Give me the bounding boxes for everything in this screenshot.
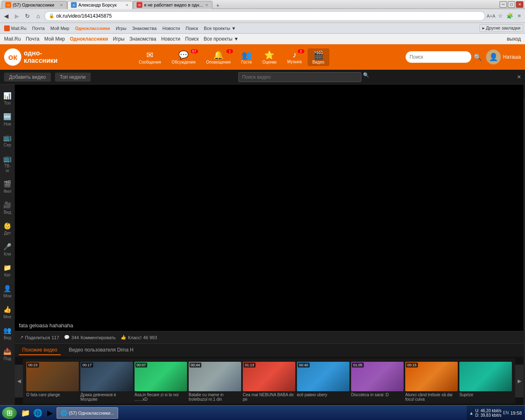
browser-tab-3[interactable]: Я я не работает видео в одн... × bbox=[133, 1, 212, 9]
tab-related[interactable]: Похожие видео bbox=[19, 345, 61, 355]
toplink-search[interactable]: Поиск bbox=[185, 36, 199, 42]
bookmark-games[interactable]: Игры bbox=[113, 25, 129, 32]
toplink-news[interactable]: Новости bbox=[161, 36, 180, 42]
tab-close-2[interactable]: × bbox=[125, 2, 129, 7]
thumb-title-2: Asa,in fiecare zi si la noi .......xD bbox=[135, 393, 187, 402]
comment-label: Комментировать bbox=[80, 335, 116, 340]
nav-discussions[interactable]: 57 💬 Обсуждения bbox=[167, 48, 200, 66]
toplink-pochta[interactable]: Почта bbox=[26, 36, 39, 42]
nav-guests[interactable]: 👥 Гости bbox=[236, 48, 256, 66]
language-indicator[interactable]: EN bbox=[503, 411, 509, 415]
menu-icon[interactable]: ≡ bbox=[515, 12, 523, 20]
new-tab-button[interactable]: + bbox=[213, 2, 222, 9]
browser-tab-1[interactable]: О (57) Одноклассники × bbox=[2, 1, 67, 9]
url-input[interactable]: ok.ru/video/16414345875 bbox=[56, 13, 481, 19]
toplink-ok[interactable]: Одноклассники bbox=[70, 36, 108, 42]
user-avatar: 👤 bbox=[486, 50, 501, 64]
bookmark-search[interactable]: Поиск bbox=[183, 25, 201, 32]
start-button[interactable]: ⊞ bbox=[2, 407, 17, 419]
sidebar-item-tvshow[interactable]: 📺 ТВ-ш bbox=[2, 151, 13, 176]
sidebar-item-subs[interactable]: 📤 Под bbox=[2, 344, 13, 364]
bookmark-pochta[interactable]: Почта bbox=[30, 25, 47, 32]
taskbar-quick-media[interactable]: ▶ bbox=[44, 407, 56, 419]
nav-music[interactable]: 2 ♪ Музыка bbox=[282, 48, 306, 66]
bookmark-znakomstva[interactable]: Знакомства bbox=[130, 25, 159, 32]
bookmark-other[interactable]: ▸ Другие закладки bbox=[479, 24, 523, 32]
nav-notifications[interactable]: 1 🔔 Оповещения bbox=[201, 48, 236, 66]
bookmark-mirmoy[interactable]: Мой Мир bbox=[48, 25, 72, 32]
tab-favicon-1: О bbox=[5, 2, 11, 8]
ok-search-button[interactable]: 🔍 bbox=[474, 53, 482, 61]
bookmark-mailru[interactable]: Mail.Ru bbox=[2, 25, 29, 32]
home-button[interactable]: ⌂ bbox=[34, 11, 43, 21]
nav-video[interactable]: 🎬 Видео bbox=[308, 48, 329, 66]
ok-user[interactable]: 👤 Наташа bbox=[486, 50, 521, 64]
sidebar-item-films[interactable]: 🎬 Фил bbox=[2, 177, 13, 197]
font-size-icon[interactable]: A+A bbox=[487, 12, 495, 20]
thumbnail-8[interactable]: Suprize bbox=[459, 362, 512, 397]
toplink-mirmoy[interactable]: Мой Мир bbox=[44, 36, 65, 42]
ok-search-input[interactable] bbox=[406, 51, 471, 63]
comment-button[interactable]: 💬 344 Комментировать bbox=[64, 335, 116, 340]
sidebar-item-video[interactable]: 🎥 Вид bbox=[2, 198, 13, 218]
extensions-icon[interactable]: 🧩 bbox=[506, 12, 514, 20]
thumbnail-4[interactable]: 01:13 Cea mai NEBUNA BABA de pe bbox=[243, 362, 295, 402]
top-week-button[interactable]: Топ недели bbox=[55, 73, 91, 82]
sidebar-item-clips[interactable]: 🎤 Кли bbox=[2, 240, 13, 260]
taskbar-quick-ie[interactable]: 🌐 bbox=[32, 407, 43, 419]
forward-button[interactable]: ▶ bbox=[12, 11, 21, 21]
taskbar-chrome[interactable]: 🌐 (57) Одноклассники... bbox=[57, 407, 118, 419]
toplink-mailru[interactable]: Mail.Ru bbox=[4, 36, 21, 42]
sidebar-item-cat[interactable]: 📁 Кат bbox=[2, 260, 13, 281]
sidebar-item-myvid[interactable]: 👤 Мои bbox=[2, 281, 13, 301]
thumbnail-5[interactable]: 00:40 всё равно ubery bbox=[297, 362, 349, 397]
tab-close-1[interactable]: × bbox=[59, 2, 64, 7]
close-button[interactable]: ✕ bbox=[516, 1, 523, 8]
video-player[interactable]: fata geloasa hahahaha bbox=[15, 84, 523, 331]
taskbar-quick-explorer[interactable]: 📁 bbox=[20, 407, 31, 419]
bookmark-ok[interactable]: Одноклассники bbox=[73, 25, 112, 32]
sidebar-item-new[interactable]: 🆕 Нов bbox=[2, 110, 13, 130]
tab-user-video[interactable]: Видео пользователя Dima H bbox=[66, 345, 137, 355]
back-button[interactable]: ◀ bbox=[2, 11, 11, 21]
video-search-button[interactable]: 🔍 bbox=[363, 72, 369, 82]
class-button[interactable]: 👍 Класс! 46 993 bbox=[121, 335, 157, 340]
prev-button[interactable]: ◀ bbox=[15, 365, 23, 397]
bookmark-news[interactable]: Новости bbox=[160, 25, 183, 32]
toplink-games[interactable]: Игры bbox=[113, 36, 124, 42]
toplink-znakomstva[interactable]: Знакомства bbox=[130, 36, 156, 42]
video-close-button[interactable]: × bbox=[517, 73, 521, 81]
top-icon: 📊 bbox=[3, 92, 11, 100]
nav-messages[interactable]: ✉ Сообщения bbox=[134, 48, 166, 66]
bookmark-star-icon[interactable]: ☆ bbox=[496, 12, 504, 20]
show-desktop-icon[interactable]: ▲ bbox=[469, 411, 474, 415]
video-search-input[interactable] bbox=[238, 72, 361, 82]
next-button[interactable]: ▶ bbox=[515, 365, 523, 397]
add-video-button[interactable]: Добавить видео bbox=[4, 73, 51, 82]
thumbnail-0[interactable]: 00:23 O fata care plange bbox=[26, 362, 79, 397]
minimize-button[interactable]: ─ bbox=[500, 1, 507, 8]
address-bar[interactable]: 🔒 ok.ru/video/16414345875 bbox=[44, 11, 485, 21]
browser-tab-2[interactable]: A Александр Борсук × bbox=[67, 1, 133, 9]
maximize-button[interactable]: □ bbox=[508, 1, 515, 8]
toplink-allprojects[interactable]: Все проекты ▼ bbox=[204, 36, 239, 42]
tab-close-3[interactable]: × bbox=[205, 2, 209, 7]
sidebar-item-friendvid[interactable]: 👥 Вид bbox=[2, 323, 13, 343]
reload-button[interactable]: ↻ bbox=[23, 11, 32, 21]
bookmark-label-allprojects: Все проекты ▼ bbox=[204, 26, 236, 31]
share-button[interactable]: ↗ Поделиться 117 bbox=[20, 335, 59, 340]
sidebar-item-series[interactable]: 📺 Сер bbox=[2, 130, 13, 151]
thumbnail-1[interactable]: 00:17 Драка девченков в Молдове bbox=[80, 362, 133, 402]
sidebar-item-kids[interactable]: 👶 Дет bbox=[2, 219, 13, 239]
video-title-overlay: fata geloasa hahahaha bbox=[15, 320, 523, 331]
thumbnail-6[interactable]: 01:05 Discoteca in sarai :D bbox=[351, 362, 404, 397]
nav-ratings[interactable]: ⭐ Оценки bbox=[258, 48, 281, 66]
thumbnail-7[interactable]: 00:15 Atunci când trebuie să dai focul c… bbox=[405, 362, 458, 402]
thumbnail-2[interactable]: 00:07 Asa,in fiecare zi si la noi ......… bbox=[135, 362, 187, 402]
thumbnail-3[interactable]: 00:44 Batalie cu mame in troleibuzul nr.… bbox=[189, 362, 241, 402]
toplink-exit[interactable]: выход bbox=[507, 36, 521, 42]
bookmark-allprojects[interactable]: Все проекты ▼ bbox=[201, 25, 238, 32]
ok-logo[interactable]: ок одно-классники bbox=[4, 48, 57, 66]
sidebar-item-liked[interactable]: 👍 Мне bbox=[2, 302, 13, 322]
sidebar-item-top[interactable]: 📊 Топ bbox=[2, 89, 13, 109]
